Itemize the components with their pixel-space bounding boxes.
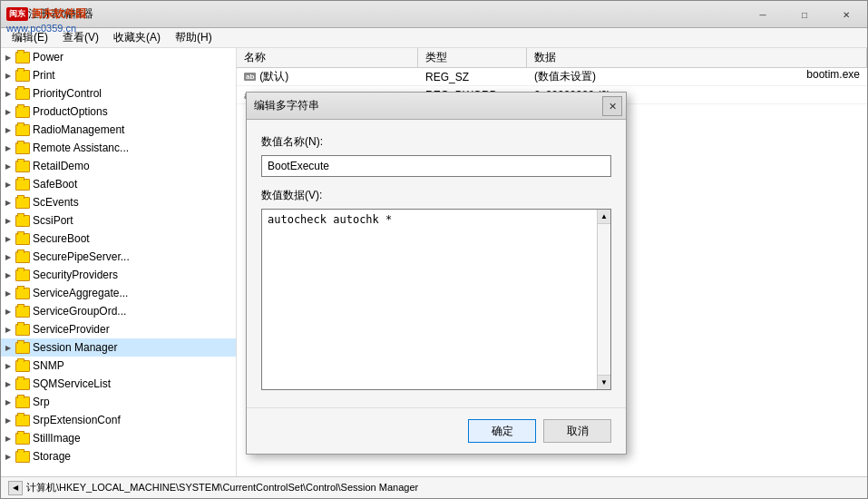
scroll-left-button[interactable]: ◀	[8, 481, 23, 495]
tree-item-storage[interactable]: ▶ Storage	[1, 447, 236, 465]
expand-icon-srpextensionconf: ▶	[1, 413, 15, 427]
registry-table-header: 名称 类型 数据	[237, 48, 867, 68]
tree-label-print: Print	[33, 69, 55, 82]
edit-dialog: 编辑多字符串 ✕ 数值名称(N): 数值数据(V): autocheck aut…	[246, 92, 627, 455]
folder-icon-print	[15, 70, 30, 82]
registry-row-default[interactable]: ab (默认) REG_SZ (数值未设置)	[237, 68, 867, 86]
folder-icon-remoteassistance	[15, 142, 30, 154]
tree-item-sessionmanager[interactable]: ▶ Session Manager	[1, 338, 236, 357]
folder-icon-servicegrouporder	[15, 306, 30, 318]
registry-name-default: (默认)	[259, 69, 288, 84]
expand-icon-print: ▶	[1, 68, 15, 83]
main-window: 📋 注册表编辑器 ─ □ ✕ 编辑(E) 查看(V) 收藏夹(A) 帮助(H) …	[0, 0, 868, 499]
tree-item-srpextensionconf[interactable]: ▶ SrpExtensionConf	[1, 411, 236, 429]
folder-icon-serviceprovider	[15, 324, 30, 336]
title-bar: 📋 注册表编辑器 ─ □ ✕	[1, 1, 867, 28]
tree-label-srp: Srp	[33, 396, 50, 408]
tree-item-stillimage[interactable]: ▶ StillImage	[1, 429, 236, 447]
value-data-textarea[interactable]: autocheck autochk *	[261, 209, 611, 390]
maximize-button[interactable]: □	[784, 1, 825, 28]
tree-label-scsiport: ScsiPort	[33, 214, 73, 227]
close-button[interactable]: ✕	[825, 1, 867, 28]
tree-item-securepipeserver[interactable]: ▶ SecurePipeServer...	[1, 248, 236, 266]
expand-icon-servicegrouporder: ▶	[1, 304, 15, 318]
expand-icon-radiomanagement: ▶	[1, 122, 15, 137]
expand-icon-remoteassistance: ▶	[1, 141, 15, 155]
expand-icon-sessionmanager: ▶	[1, 340, 15, 355]
folder-icon-power	[15, 52, 30, 64]
scroll-up-btn[interactable]: ▲	[598, 210, 610, 224]
header-name: 名称	[237, 48, 418, 67]
tree-label-storage: Storage	[33, 450, 71, 463]
tree-label-snmp: SNMP	[33, 359, 64, 372]
tree-item-retaildemo[interactable]: ▶ RetailDemo	[1, 157, 236, 175]
scroll-down-btn[interactable]: ▼	[598, 375, 610, 389]
tree-panel[interactable]: ▶ Power ▶ Print ▶ PriorityControl ▶ Prod…	[1, 48, 237, 478]
tree-item-remoteassistance[interactable]: ▶ Remote Assistanc...	[1, 139, 236, 157]
tree-item-radiomanagement[interactable]: ▶ RadioManagement	[1, 121, 236, 139]
tree-item-serviceaggregate[interactable]: ▶ ServiceAggregate...	[1, 284, 236, 302]
value-data-label: 数值数据(V):	[261, 188, 611, 203]
tree-item-srp[interactable]: ▶ Srp	[1, 393, 236, 411]
folder-icon-srpextensionconf	[15, 415, 30, 426]
registry-cell-data-default: (数值未设置)	[527, 69, 867, 84]
folder-icon-sessionmanager	[15, 342, 30, 354]
folder-icon-safeboot	[15, 179, 30, 191]
tree-label-servicegrouporder: ServiceGroupOrd...	[33, 305, 126, 318]
tree-item-snmp[interactable]: ▶ SNMP	[1, 357, 236, 375]
window-title: 注册表编辑器	[28, 6, 93, 22]
tree-item-servicegrouporder[interactable]: ▶ ServiceGroupOrd...	[1, 302, 236, 320]
value-name-input[interactable]	[261, 155, 611, 177]
folder-icon-retaildemo	[15, 161, 30, 172]
folder-icon-sqmservicelist	[15, 378, 30, 390]
folder-icon-scsiport	[15, 215, 30, 227]
dialog-footer: 确定 取消	[247, 407, 626, 454]
ok-button[interactable]: 确定	[468, 419, 536, 443]
expand-icon-securityproviders: ▶	[1, 268, 15, 282]
title-controls: ─ □ ✕	[742, 1, 867, 28]
tree-label-scevents: ScEvents	[33, 196, 79, 209]
tree-item-safeboot[interactable]: ▶ SafeBoot	[1, 175, 236, 193]
dialog-close-button[interactable]: ✕	[602, 96, 622, 116]
tree-item-sqmservicelist[interactable]: ▶ SQMServiceList	[1, 375, 236, 393]
tree-label-retaildemo: RetailDemo	[33, 160, 90, 172]
tree-item-print[interactable]: ▶ Print	[1, 66, 236, 84]
expand-icon-secureboot: ▶	[1, 231, 15, 246]
tree-label-serviceaggregate: ServiceAggregate...	[33, 287, 128, 299]
tree-label-stillimage: StillImage	[33, 432, 81, 445]
registry-cell-type-default: REG_SZ	[418, 71, 527, 83]
tree-item-prioritycontrol[interactable]: ▶ PriorityControl	[1, 84, 236, 103]
reg-type-icon-ab: ab	[244, 73, 256, 81]
tree-label-sqmservicelist: SQMServiceList	[33, 377, 111, 390]
tree-item-productoptions[interactable]: ▶ ProductOptions	[1, 103, 236, 121]
tree-item-secureboot[interactable]: ▶ SecureBoot	[1, 230, 236, 248]
tree-item-scevents[interactable]: ▶ ScEvents	[1, 193, 236, 211]
minimize-button[interactable]: ─	[742, 1, 784, 28]
tree-label-power: Power	[33, 51, 63, 64]
expand-icon-serviceaggregate: ▶	[1, 286, 15, 300]
textarea-container: autocheck autochk * ▲ ▼	[261, 209, 611, 393]
expand-icon-serviceprovider: ▶	[1, 322, 15, 337]
menu-help[interactable]: 帮助(H)	[168, 28, 219, 47]
textarea-scrollbar[interactable]: ▲ ▼	[597, 210, 610, 389]
folder-icon-radiomanagement	[15, 124, 30, 136]
header-data: 数据	[527, 48, 867, 67]
tree-label-remoteassistance: Remote Assistanc...	[33, 142, 129, 154]
tree-item-securityproviders[interactable]: ▶ SecurityProviders	[1, 266, 236, 284]
menu-edit[interactable]: 编辑(E)	[5, 28, 55, 47]
menu-view[interactable]: 查看(V)	[55, 28, 106, 47]
folder-icon-serviceaggregate	[15, 288, 30, 299]
menu-favorites[interactable]: 收藏夹(A)	[106, 28, 168, 47]
value-name-label: 数值名称(N):	[261, 134, 611, 150]
folder-icon-srp	[15, 396, 30, 408]
cancel-button[interactable]: 取消	[543, 419, 611, 443]
status-text: 计算机\HKEY_LOCAL_MACHINE\SYSTEM\CurrentCon…	[26, 481, 418, 494]
status-scroll-area: ◀	[8, 481, 23, 495]
folder-icon-securityproviders	[15, 269, 30, 281]
tree-item-scsiport[interactable]: ▶ ScsiPort	[1, 211, 236, 230]
expand-icon-snmp: ▶	[1, 358, 15, 373]
dialog-title-text: 编辑多字符串	[254, 98, 319, 113]
tree-item-power[interactable]: ▶ Power	[1, 48, 236, 66]
tree-item-serviceprovider[interactable]: ▶ ServiceProvider	[1, 320, 236, 338]
expand-icon-scsiport: ▶	[1, 213, 15, 228]
